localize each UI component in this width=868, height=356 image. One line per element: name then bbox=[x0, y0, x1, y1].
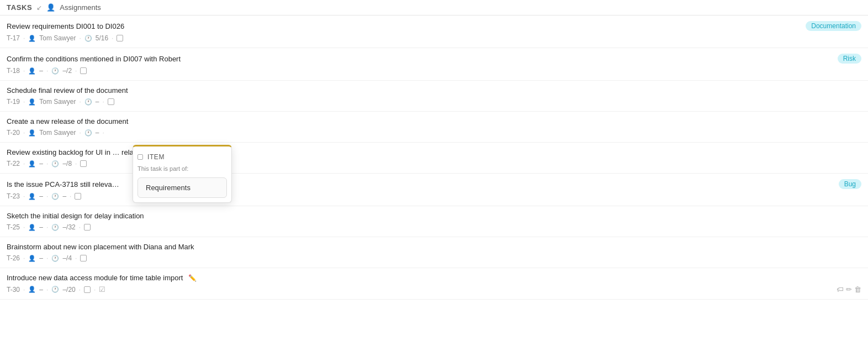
tooltip-card[interactable]: Requirements bbox=[137, 177, 227, 198]
clock-icon: 🕐 bbox=[51, 286, 59, 293]
checkbox[interactable] bbox=[80, 67, 87, 74]
task-id: T-19 bbox=[7, 98, 20, 106]
checkbox[interactable] bbox=[117, 35, 123, 41]
dot: · bbox=[79, 129, 81, 137]
task-id: T-23 bbox=[7, 192, 20, 200]
assignee: Tom Sawyer bbox=[39, 129, 76, 137]
time: –/32 bbox=[62, 223, 75, 231]
task-row: Is the issue PCA-3718 still releva… Bug … bbox=[0, 174, 868, 206]
assignee: – bbox=[39, 67, 43, 75]
person-icon: 👤 bbox=[28, 255, 36, 262]
dot: · bbox=[46, 254, 48, 262]
checkbox[interactable] bbox=[80, 255, 87, 261]
dot: · bbox=[112, 34, 113, 42]
documentation-badge: Documentation bbox=[806, 21, 861, 31]
dot: · bbox=[79, 98, 81, 106]
clock-icon: 🕐 bbox=[51, 224, 59, 231]
dot: · bbox=[46, 192, 48, 200]
checkbox[interactable] bbox=[108, 98, 114, 105]
assignee: – bbox=[39, 223, 43, 231]
task-title: Schedule final review of the document bbox=[7, 86, 128, 95]
tooltip-popup: ITEM This task is part of: Requirements bbox=[133, 145, 232, 203]
person-icon: 👤 bbox=[28, 160, 36, 167]
person-icon: 👤 bbox=[28, 35, 36, 42]
dot: · bbox=[70, 192, 71, 200]
task-id: T-22 bbox=[7, 160, 20, 167]
task-id: T-25 bbox=[7, 223, 20, 231]
tooltip-part-of: This task is part of: bbox=[137, 163, 227, 175]
checkmark-done-icon[interactable]: ☑ bbox=[99, 285, 105, 294]
task-row: Brainstorm about new icon placement with… bbox=[0, 237, 868, 268]
edit-inline-icon[interactable]: ✏️ bbox=[188, 274, 197, 282]
dot: · bbox=[102, 98, 104, 106]
time: – bbox=[96, 98, 99, 106]
bug-badge: Bug bbox=[839, 179, 861, 189]
dot: · bbox=[79, 34, 81, 42]
dot: · bbox=[46, 223, 48, 231]
shrink-icon[interactable]: ↙ bbox=[36, 4, 42, 12]
assignee: – bbox=[39, 160, 43, 167]
edit-icon[interactable]: ✏ bbox=[846, 285, 852, 294]
task-id: T-26 bbox=[7, 254, 20, 262]
task-actions: 🏷 ✏ 🗑 bbox=[837, 285, 861, 294]
task-title: Introduce new data access module for tim… bbox=[7, 274, 197, 282]
time: –/8 bbox=[62, 160, 72, 167]
clock-icon: 🕐 bbox=[84, 35, 92, 42]
tasks-title: TASKS bbox=[7, 3, 32, 12]
dot: · bbox=[23, 286, 25, 294]
tooltip-item-label: ITEM bbox=[147, 153, 165, 161]
assignee: Tom Sawyer bbox=[39, 34, 76, 42]
task-title: Brainstorm about new icon placement with… bbox=[7, 243, 194, 251]
clock-icon: 🕐 bbox=[51, 160, 59, 167]
time: – bbox=[62, 192, 66, 200]
dot: · bbox=[23, 67, 25, 75]
assignments-label[interactable]: Assignments bbox=[60, 3, 100, 12]
dot: · bbox=[46, 67, 48, 75]
task-row: Review existing backlog for UI in … rela… bbox=[0, 143, 868, 174]
task-id: T-30 bbox=[7, 286, 20, 294]
task-id: T-20 bbox=[7, 129, 20, 137]
dot: · bbox=[75, 67, 77, 75]
dot: · bbox=[23, 160, 25, 167]
risk-badge: Risk bbox=[838, 54, 861, 64]
clock-icon: 🕐 bbox=[51, 193, 59, 200]
task-title: Review existing backlog for UI in … rela… bbox=[7, 148, 144, 156]
assignee: – bbox=[39, 254, 43, 262]
time: –/2 bbox=[62, 67, 72, 75]
time: –/4 bbox=[62, 254, 72, 262]
task-title: Sketch the initial design for delay indi… bbox=[7, 212, 144, 220]
clock-icon: 🕐 bbox=[51, 255, 59, 262]
dot: · bbox=[79, 223, 81, 231]
task-id: T-17 bbox=[7, 34, 20, 42]
checkbox[interactable] bbox=[75, 193, 81, 200]
task-title: Confirm the conditions mentioned in DI00… bbox=[7, 55, 181, 63]
dot: · bbox=[102, 129, 104, 137]
assignee: Tom Sawyer bbox=[39, 98, 76, 106]
dot: · bbox=[23, 98, 25, 106]
checkbox[interactable] bbox=[80, 160, 87, 167]
dot: · bbox=[23, 129, 25, 137]
assignee: – bbox=[39, 192, 43, 200]
dot: · bbox=[75, 160, 77, 167]
tooltip-checkbox[interactable] bbox=[137, 154, 143, 160]
clock-icon: 🕐 bbox=[84, 129, 92, 137]
dot: · bbox=[23, 34, 25, 42]
time: –/20 bbox=[62, 286, 75, 294]
dot: · bbox=[23, 223, 25, 231]
time: – bbox=[96, 129, 99, 137]
dot: · bbox=[46, 286, 48, 294]
tag-icon[interactable]: 🏷 bbox=[837, 285, 844, 294]
person-icon: 👤 bbox=[28, 286, 36, 293]
task-title: Review requirements DI001 to DI026 bbox=[7, 22, 124, 30]
dot: · bbox=[75, 254, 77, 262]
header: TASKS ↙ 👤 Assignments bbox=[0, 0, 868, 15]
checkbox[interactable] bbox=[84, 224, 91, 231]
clock-icon: 🕐 bbox=[84, 98, 92, 106]
person-icon: 👤 bbox=[28, 224, 36, 231]
trash-icon[interactable]: 🗑 bbox=[854, 285, 861, 294]
task-row: Confirm the conditions mentioned in DI00… bbox=[0, 48, 868, 81]
task-title: Create a new release of the document bbox=[7, 117, 128, 125]
person-icon: 👤 bbox=[28, 67, 36, 75]
dot: · bbox=[79, 286, 81, 294]
checkbox[interactable] bbox=[84, 286, 91, 293]
